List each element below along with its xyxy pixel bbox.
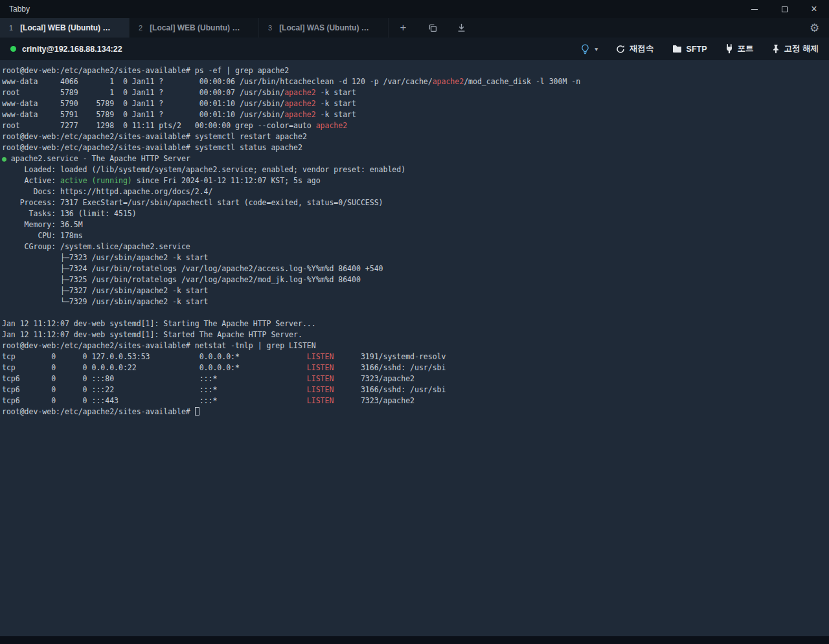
suggestions-dropdown-button[interactable]: ▾ (581, 44, 598, 54)
terminal[interactable]: root@dev-web:/etc/apache2/sites-availabl… (0, 60, 829, 636)
terminal-line: www-data 5791 5789 0 Jan11 ? 00:01:10 /u… (2, 109, 826, 120)
terminal-line: tcp6 0 0 :::80 :::* LISTEN 7323/apache2 (2, 373, 826, 384)
terminal-line: www-data 4066 1 0 Jan11 ? 00:00:06 /usr/… (2, 76, 826, 87)
download-icon (457, 23, 466, 32)
close-button[interactable]: × (799, 0, 829, 18)
sftp-button[interactable]: SFTP (672, 45, 707, 54)
tab-bar: 1 [Local] WEB (Ubuntu) … 2 [Local] WEB (… (0, 18, 829, 38)
tab-label: [Local] WEB (Ubuntu) … (150, 23, 240, 32)
terminal-line: root 7277 1298 0 11:11 pts/2 00:00:00 gr… (2, 120, 826, 131)
terminal-line: root@dev-web:/etc/apache2/sites-availabl… (2, 406, 826, 417)
terminal-line: ├─7323 /usr/sbin/apache2 -k start (2, 252, 826, 263)
ports-button[interactable]: 포트 (725, 43, 754, 54)
terminal-line: Loaded: loaded (/lib/systemd/system/apac… (2, 164, 826, 175)
terminal-line (2, 307, 826, 318)
new-tab-button[interactable]: + (389, 18, 418, 38)
unpin-button[interactable]: 고정 해제 (772, 43, 819, 54)
terminal-line: CGroup: /system.slice/apache2.service (2, 241, 826, 252)
terminal-line: Memory: 36.5M (2, 219, 826, 230)
terminal-line: Tasks: 136 (limit: 4515) (2, 208, 826, 219)
close-icon: × (811, 4, 817, 14)
minimize-icon (751, 9, 758, 10)
window-title: Tabby (0, 5, 30, 14)
ports-label: 포트 (738, 43, 754, 54)
connection-status-dot (10, 46, 16, 52)
terminal-line: root@dev-web:/etc/apache2/sites-availabl… (2, 142, 826, 153)
gear-icon: ⚙ (810, 21, 819, 35)
connection-address: crinity@192.168.88.134:22 (22, 45, 122, 54)
terminal-line: CPU: 178ms (2, 230, 826, 241)
terminal-line: root 5789 1 0 Jan11 ? 00:00:07 /usr/sbin… (2, 87, 826, 98)
terminal-line: tcp6 0 0 :::22 :::* LISTEN 3166/sshd: /u… (2, 384, 826, 395)
tab-3-was-ubuntu[interactable]: 3 [Local] WAS (Ubuntu) … (259, 18, 389, 38)
reconnect-label: 재접속 (630, 43, 654, 54)
window-controls: × (740, 0, 829, 18)
minimize-button[interactable] (740, 0, 769, 18)
tabby-window: Tabby × 1 [Local] WEB (Ubuntu) … 2 [Loca… (0, 0, 829, 644)
tab-number: 3 (268, 24, 272, 32)
terminal-line: Process: 7317 ExecStart=/usr/sbin/apache… (2, 197, 826, 208)
unpin-label: 고정 해제 (784, 43, 819, 54)
terminal-line: ├─7325 /usr/bin/rotatelogs /var/log/apac… (2, 274, 826, 285)
chevron-down-icon: ▾ (595, 46, 598, 52)
settings-button[interactable]: ⚙ (800, 18, 829, 38)
window-bottom-edge (0, 636, 829, 644)
terminal-line: root@dev-web:/etc/apache2/sites-availabl… (2, 65, 826, 76)
terminal-cursor (195, 407, 199, 416)
lightbulb-icon (581, 44, 589, 54)
terminal-line: ● apache2.service - The Apache HTTP Serv… (2, 153, 826, 164)
terminal-line: tcp6 0 0 :::443 :::* LISTEN 7323/apache2 (2, 395, 826, 406)
titlebar[interactable]: Tabby × (0, 0, 829, 18)
terminal-line: ├─7324 /usr/bin/rotatelogs /var/log/apac… (2, 263, 826, 274)
terminal-line: Jan 12 11:12:07 dev-web systemd[1]: Star… (2, 318, 826, 329)
terminal-line: root@dev-web:/etc/apache2/sites-availabl… (2, 131, 826, 142)
reconnect-button[interactable]: 재접속 (616, 43, 654, 54)
terminal-line: root@dev-web:/etc/apache2/sites-availabl… (2, 340, 826, 351)
terminal-line: tcp 0 0 127.0.0.53:53 0.0.0.0:* LISTEN 3… (2, 351, 826, 362)
tab-label: [Local] WEB (Ubuntu) … (20, 23, 110, 32)
tab-label: [Local] WAS (Ubuntu) … (279, 23, 369, 32)
pin-icon (772, 44, 780, 54)
duplicate-tab-button[interactable] (418, 18, 447, 38)
folder-icon (672, 45, 682, 53)
terminal-line: Docs: https://httpd.apache.org/docs/2.4/ (2, 186, 826, 197)
refresh-icon (616, 45, 625, 54)
maximize-button[interactable] (769, 0, 799, 18)
duplicate-icon (428, 23, 437, 32)
tab-2-web-ubuntu[interactable]: 2 [Local] WEB (Ubuntu) … (130, 18, 259, 38)
plug-icon (725, 44, 733, 54)
terminal-line: Jan 12 11:12:07 dev-web systemd[1]: Star… (2, 329, 826, 340)
tab-number: 2 (139, 24, 142, 32)
terminal-line: Active: active (running) since Fri 2024-… (2, 175, 826, 186)
plus-icon: + (400, 21, 407, 34)
terminal-line: www-data 5790 5789 0 Jan11 ? 00:01:10 /u… (2, 98, 826, 109)
sftp-label: SFTP (687, 45, 707, 54)
terminal-line: └─7329 /usr/sbin/apache2 -k start (2, 296, 826, 307)
terminal-line: tcp 0 0 0.0.0.0:22 0.0.0.0:* LISTEN 3166… (2, 362, 826, 373)
tabbar-spacer (476, 18, 800, 38)
tab-number: 1 (9, 24, 13, 32)
transfer-button[interactable] (447, 18, 476, 38)
maximize-icon (782, 6, 788, 12)
toolbar-actions: ▾ 재접속 SFTP 포트 (581, 43, 819, 54)
tab-1-web-ubuntu[interactable]: 1 [Local] WEB (Ubuntu) … (0, 18, 130, 38)
terminal-output: root@dev-web:/etc/apache2/sites-availabl… (2, 65, 826, 417)
terminal-line: ├─7327 /usr/sbin/apache2 -k start (2, 285, 826, 296)
connection-toolbar: crinity@192.168.88.134:22 ▾ 재접속 (0, 38, 829, 60)
